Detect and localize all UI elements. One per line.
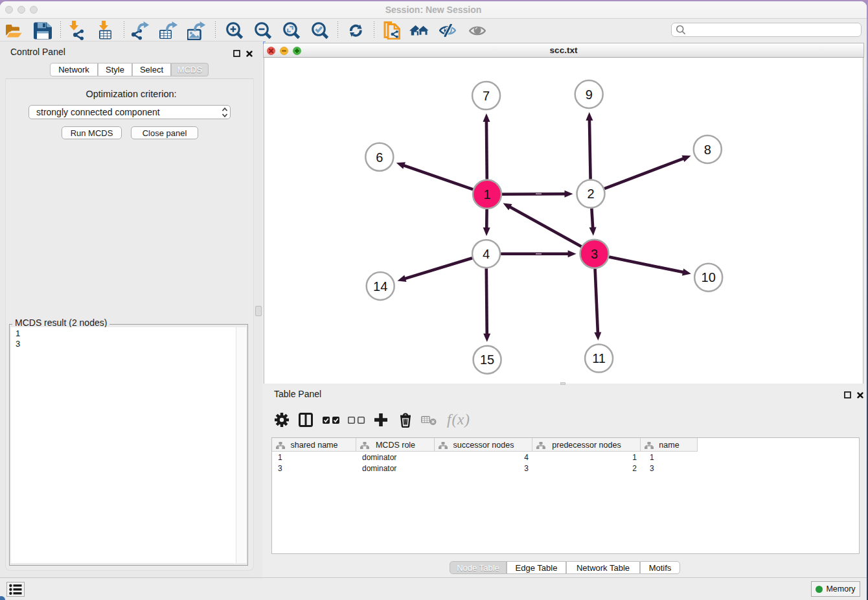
svg-text:15: 15	[480, 352, 494, 367]
svg-text:10: 10	[702, 270, 716, 284]
svg-text:11: 11	[592, 351, 606, 365]
svg-text:14: 14	[373, 279, 387, 294]
svg-text:9: 9	[586, 87, 593, 102]
svg-text:8: 8	[704, 143, 711, 157]
svg-text:7: 7	[483, 89, 490, 103]
svg-text:6: 6	[376, 150, 383, 165]
svg-text:1: 1	[483, 187, 490, 202]
svg-text:2: 2	[587, 187, 594, 201]
svg-text:3: 3	[591, 247, 598, 261]
svg-text:4: 4	[483, 247, 490, 261]
